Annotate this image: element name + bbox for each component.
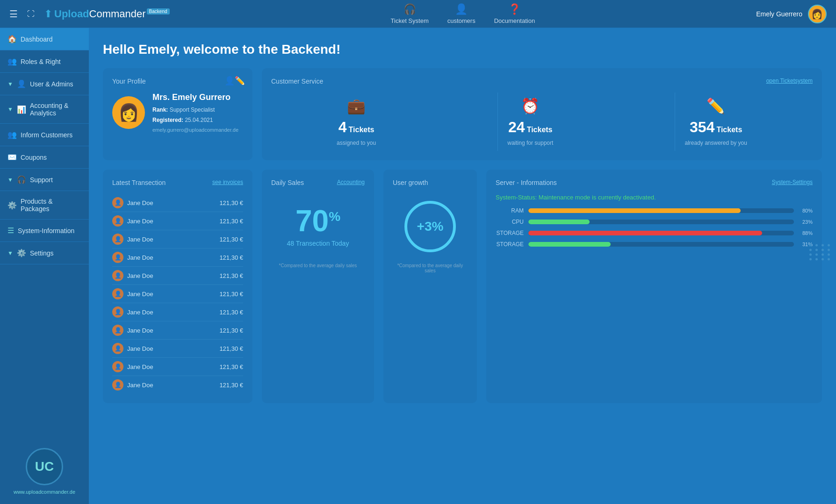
profile-avatar: 👩 [112,96,145,129]
sidebar-label-user-admins: User & Admins [30,80,73,88]
sidebar-label-coupons: Coupons [21,154,47,161]
sidebar-item-accounting[interactable]: ▼ 📊 Accounting & Analytics [0,95,89,124]
dot [822,248,824,251]
nav-ticket-label: Ticket System [391,17,429,24]
trans-name: Jane Doe [127,272,153,279]
profile-registered: Registered: 25.04.2021 [152,115,238,126]
progress-label: STORAGE [496,230,524,236]
sidebar-item-settings[interactable]: ▼ ⚙️ Settings [0,242,89,264]
settings-icon: ⚙️ [17,248,26,257]
profile-info: Mrs. Emely Gurrero Rank: Support Special… [152,92,238,133]
server-bars: RAM 80% CPU 23% STORAGE 88% STORAGE 31% [496,207,813,248]
progress-bar-bg [528,242,794,247]
user-growth-body: +3% [393,194,468,259]
topbar-right: Emely Guerrero 👩 [756,5,827,23]
server-card-header: Server - Informations System-Settings [496,179,813,194]
server-status: System-Status: Maintenance mode is curre… [496,194,813,201]
sidebar-bottom: UC www.uploadcommander.de [0,439,89,499]
sidebar-label-roles: Roles & Right [21,58,61,65]
accounting-link[interactable]: Accounting [337,179,365,185]
see-invoices-link[interactable]: see invoices [212,179,243,185]
trans-avatar: 👤 [112,361,123,372]
ds-card-title: Daily Sales [271,179,304,186]
sidebar-logo: UC [26,448,63,485]
trans-name: Jane Doe [127,199,153,206]
cs-assigned-desc: assigned to you [337,140,376,146]
sidebar-item-dashboard[interactable]: 🏠 Dashboard [0,28,89,50]
trans-amount: 121,30 € [219,199,243,206]
sidebar-label-system: System-Information [18,227,74,234]
nav-customers[interactable]: 👤 customers [447,3,476,24]
dot [809,258,812,260]
main-layout: 🏠 Dashboard 👥 Roles & Right ▼ 👤 User & A… [0,28,836,504]
cs-stat-answered: ✏️ 354 Tickets already answered by you [675,92,756,151]
profile-card-header: Your Profile 👤✏️ [112,78,243,92]
profile-email: emely.gurrero@uploadcommander.de [152,127,238,133]
sidebar-label-support: Support [30,176,53,184]
logo: ⬆ UploadCommanderBackend [44,8,170,20]
topbar: ☰ ⛶ ⬆ UploadCommanderBackend 🎧 Ticket Sy… [0,0,836,28]
dot [828,258,830,260]
sidebar-item-user-admins[interactable]: ▼ 👤 User & Admins [0,73,89,95]
transactions-list: 👤 Jane Doe 121,30 € 👤 Jane Doe 121,30 € … [112,194,243,394]
daily-sales-card: Daily Sales Accounting 70% 48 Transectio… [262,170,374,403]
user-name: Emely Guerrero [756,10,802,18]
sidebar-item-roles-right[interactable]: 👥 Roles & Right [0,50,89,73]
trans-avatar: 👤 [112,288,123,299]
sidebar-item-support[interactable]: ▼ 🎧 Support [0,169,89,191]
progress-bar-fill [528,242,611,247]
ug-note: *Compared to the average daily sales [393,263,468,273]
cs-answered-tickets-label: Tickets [716,126,742,134]
transaction-row: 👤 Jane Doe 121,30 € [112,248,243,267]
expand-icon[interactable]: ⛶ [27,10,35,18]
dot [815,258,818,260]
nav-documentation[interactable]: ❓ Documentation [494,3,535,24]
sidebar-item-system-info[interactable]: ☰ System-Information [0,220,89,242]
nav-ticket-system[interactable]: 🎧 Ticket System [391,3,429,24]
sidebar-item-coupons[interactable]: ✉️ Coupons [0,146,89,169]
sidebar-website: www.uploadcommander.de [14,489,75,495]
dot [828,244,830,246]
server-card: Server - Informations System-Settings Sy… [486,170,822,403]
bottom-row: Latest Transection see invoices 👤 Jane D… [103,170,822,403]
sidebar-label-accounting: Accounting & Analytics [30,102,81,117]
trans-amount: 121,30 € [219,382,243,389]
topbar-nav: 🎧 Ticket System 👤 customers ❓ Documentat… [391,3,535,24]
progress-percent: 23% [799,219,813,225]
sidebar-item-products[interactable]: ⚙️ Products & Packages [0,191,89,220]
dot [815,248,818,251]
progress-row: STORAGE 31% [496,241,813,248]
page-greeting: Hello Emely, welcome to the Backend! [103,42,822,57]
transactions-card: Latest Transection see invoices 👤 Jane D… [103,170,252,403]
trans-amount: 121,30 € [219,254,243,261]
transaction-row: 👤 Jane Doe 121,30 € [112,230,243,248]
ug-card-header: User growth [393,179,468,194]
top-row: Your Profile 👤✏️ 👩 Mrs. Emely Gurrero Ra… [103,68,822,160]
progress-bar-fill [528,220,590,224]
trans-amount: 121,30 € [219,327,243,334]
trans-avatar: 👤 [112,325,123,336]
profile-card: Your Profile 👤✏️ 👩 Mrs. Emely Gurrero Ra… [103,68,252,160]
trans-name: Jane Doe [127,327,153,334]
sidebar-label-dashboard: Dashboard [21,35,53,43]
arrow-down-icon-4: ▼ [7,250,13,256]
system-settings-link[interactable]: System-Settings [772,179,813,185]
dot [809,244,812,246]
user-avatar[interactable]: 👩 [808,5,827,23]
sidebar-label-products: Products & Packages [21,198,81,213]
sidebar-item-inform-customers[interactable]: 👥 Inform Customers [0,124,89,146]
hamburger-icon[interactable]: ☰ [9,8,18,20]
dot [809,248,812,251]
open-ticketsystem-link[interactable]: open Ticketsystem [766,78,813,84]
cs-waiting-count: 24 [508,119,525,136]
trans-card-title: Latest Transection [112,179,166,186]
dot [815,244,818,246]
transaction-row: 👤 Jane Doe 121,30 € [112,285,243,303]
headphone-icon: 🎧 [404,3,416,15]
profile-body: 👩 Mrs. Emely Gurrero Rank: Support Speci… [112,92,243,133]
trans-name: Jane Doe [127,309,153,316]
trans-avatar: 👤 [112,234,123,245]
progress-row: RAM 80% [496,207,813,214]
edit-profile-icon[interactable]: 👤✏️ [224,76,245,86]
trans-amount: 121,30 € [219,363,243,370]
